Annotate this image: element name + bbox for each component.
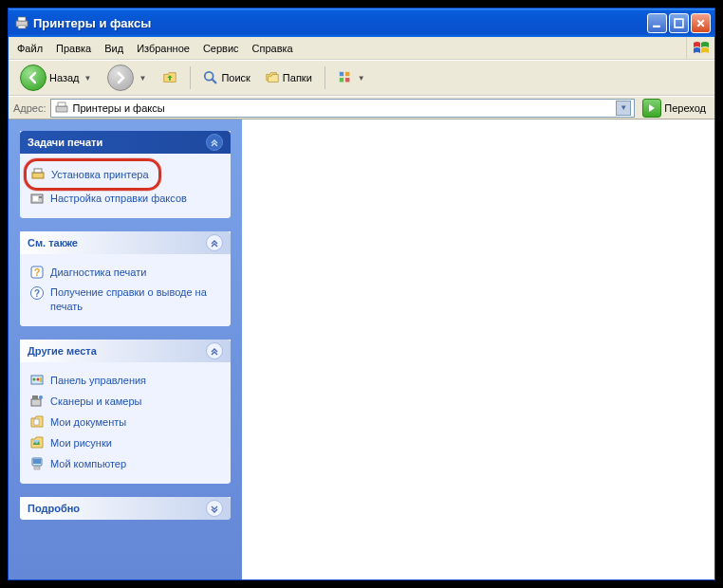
computer-icon — [29, 456, 45, 471]
scanner-icon — [29, 394, 45, 409]
svg-text:?: ? — [34, 288, 40, 299]
address-label: Адрес: — [13, 102, 46, 114]
close-button[interactable] — [691, 13, 711, 33]
forward-icon — [107, 64, 134, 91]
task-install-printer[interactable]: Установка принтера — [30, 164, 149, 185]
svg-rect-28 — [34, 419, 39, 425]
folder-up-icon — [162, 70, 177, 85]
back-button[interactable]: Назад ▼ — [14, 61, 99, 95]
panel-title: См. также — [28, 237, 78, 248]
panel-title: Задачи печати — [28, 137, 102, 148]
svg-rect-7 — [345, 72, 349, 76]
svg-rect-4 — [675, 19, 683, 28]
svg-point-27 — [39, 395, 43, 399]
svg-rect-1 — [18, 17, 26, 21]
place-label: Мои документы — [50, 416, 126, 428]
collapse-icon[interactable] — [206, 234, 223, 251]
folders-label: Папки — [283, 72, 312, 83]
forward-dropdown-icon[interactable]: ▼ — [137, 74, 148, 83]
toolbar: Назад ▼ ▼ Поиск Папки ▼ — [9, 60, 714, 96]
folders-button[interactable]: Папки — [259, 66, 318, 89]
task-print-diagnostics[interactable]: ? Диагностика печати — [29, 262, 221, 283]
search-label: Поиск — [221, 72, 250, 83]
svg-rect-2 — [18, 26, 26, 28]
menu-edit[interactable]: Правка — [49, 40, 98, 57]
expand-icon[interactable] — [206, 500, 223, 517]
svg-rect-6 — [340, 72, 343, 76]
panel-header-see-also[interactable]: См. также — [20, 231, 231, 254]
task-label: Получение справки о выводе на печать — [50, 285, 221, 314]
maximize-button[interactable] — [669, 13, 689, 33]
place-label: Сканеры и камеры — [50, 395, 141, 407]
titlebar[interactable]: Принтеры и факсы — [9, 9, 714, 37]
panel-title: Подробно — [28, 503, 80, 514]
place-scanners[interactable]: Сканеры и камеры — [29, 391, 221, 412]
address-input[interactable]: Принтеры и факсы ▼ — [50, 99, 636, 118]
menu-view[interactable]: Вид — [98, 40, 130, 57]
svg-rect-31 — [33, 459, 41, 464]
collapse-icon[interactable] — [206, 342, 223, 359]
views-button[interactable]: ▼ — [332, 66, 373, 89]
place-label: Панель управления — [50, 375, 146, 386]
up-button[interactable] — [157, 66, 183, 89]
address-dropdown-icon[interactable]: ▼ — [616, 101, 631, 116]
control-panel-icon — [29, 373, 45, 388]
place-my-pictures[interactable]: Мои рисунки — [29, 432, 221, 453]
help-question-icon: ? — [29, 265, 45, 280]
svg-rect-11 — [58, 102, 65, 106]
minimize-button[interactable] — [647, 13, 667, 33]
panel-header-details[interactable]: Подробно — [20, 497, 231, 520]
pictures-folder-icon — [29, 435, 45, 450]
address-printers-icon — [54, 101, 69, 116]
svg-rect-32 — [34, 467, 40, 469]
place-control-panel[interactable]: Панель управления — [29, 370, 221, 391]
go-button[interactable]: Переход — [639, 97, 710, 119]
panel-header-places[interactable]: Другие места — [20, 340, 231, 362]
place-my-computer[interactable]: Мой компьютер — [29, 453, 221, 474]
file-list-area[interactable] — [242, 119, 714, 579]
tasks-panel: Задачи печати Установка принтера Настрой… — [9, 119, 242, 579]
svg-rect-13 — [34, 169, 42, 173]
back-label: Назад — [49, 72, 80, 83]
search-button[interactable]: Поиск — [197, 66, 255, 89]
place-my-documents[interactable]: Мои документы — [29, 412, 221, 432]
svg-rect-24 — [40, 377, 42, 382]
menu-help[interactable]: Справка — [246, 40, 300, 57]
fax-icon — [29, 191, 45, 206]
place-label: Мои рисунки — [50, 437, 112, 449]
separator — [190, 66, 191, 89]
collapse-icon[interactable] — [206, 134, 223, 151]
place-label: Мой компьютер — [50, 458, 126, 469]
menubar: Файл Правка Вид Избранное Сервис Справка — [9, 37, 714, 60]
documents-folder-icon — [29, 414, 45, 430]
panel-title: Другие места — [28, 345, 97, 357]
panel-other-places: Другие места Панель управления Сканеры и… — [20, 340, 231, 484]
svg-rect-3 — [653, 25, 660, 27]
svg-rect-25 — [31, 399, 41, 406]
panel-see-also: См. также ? Диагностика печати ? Получен… — [20, 231, 231, 326]
menu-favorites[interactable]: Избранное — [130, 40, 196, 57]
separator — [324, 66, 325, 89]
svg-rect-16 — [39, 196, 42, 198]
back-dropdown-icon[interactable]: ▼ — [83, 74, 94, 83]
views-dropdown-icon[interactable]: ▼ — [356, 74, 367, 83]
menu-tools[interactable]: Сервис — [196, 40, 246, 57]
svg-rect-12 — [32, 173, 44, 178]
svg-rect-10 — [56, 106, 67, 112]
panel-printer-tasks: Задачи печати Установка принтера Настрой… — [20, 131, 231, 218]
addressbar: Адрес: Принтеры и факсы ▼ Переход — [9, 96, 714, 119]
task-print-help[interactable]: ? Получение справки о выводе на печать — [29, 283, 221, 317]
svg-point-22 — [33, 377, 36, 380]
svg-rect-15 — [33, 196, 38, 201]
forward-button[interactable]: ▼ — [102, 61, 154, 95]
folders-icon — [265, 70, 280, 85]
task-fax-setup[interactable]: Настройка отправки факсов — [29, 188, 221, 209]
install-printer-highlight: Установка принтера — [24, 158, 161, 191]
printers-icon — [14, 15, 29, 30]
panel-header-tasks[interactable]: Задачи печати — [20, 131, 231, 154]
menu-file[interactable]: Файл — [10, 40, 49, 57]
search-icon — [203, 70, 218, 85]
task-label: Диагностика печати — [50, 266, 146, 278]
task-label: Установка принтера — [51, 169, 149, 180]
explorer-window: Принтеры и факсы Файл Правка Вид Избранн… — [8, 8, 715, 580]
